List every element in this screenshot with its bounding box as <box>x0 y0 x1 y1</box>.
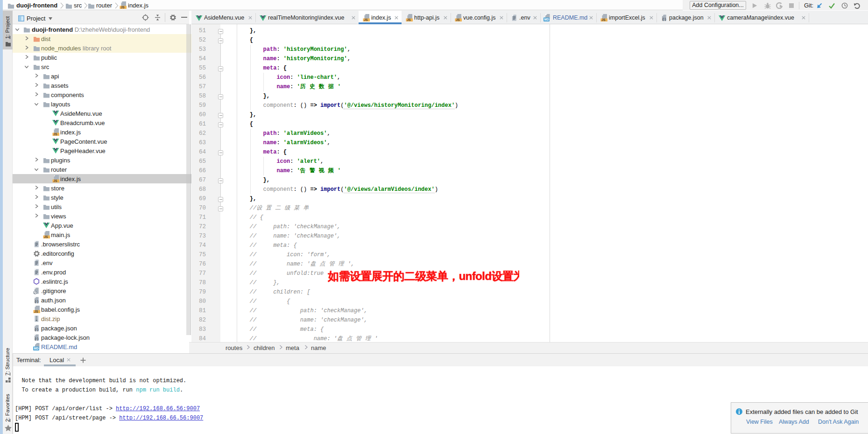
svg-text:JS: JS <box>34 310 38 313</box>
svg-text:{·}: {·} <box>35 336 38 341</box>
svg-text:MD: MD <box>34 347 39 350</box>
svg-text:JS: JS <box>53 179 57 182</box>
svg-text:JS: JS <box>364 18 368 21</box>
svg-text:JS: JS <box>120 6 125 9</box>
svg-text:{·}: {·} <box>35 299 38 303</box>
svg-text:MD: MD <box>544 18 549 21</box>
svg-text:{·}: {·} <box>35 327 38 331</box>
svg-text:JS: JS <box>53 133 57 136</box>
svg-text:JS: JS <box>601 18 606 21</box>
svg-text:{·}: {·} <box>662 17 666 21</box>
svg-text:JS: JS <box>456 18 460 21</box>
svg-text:JS: JS <box>407 18 411 21</box>
svg-text:JS: JS <box>44 235 48 238</box>
